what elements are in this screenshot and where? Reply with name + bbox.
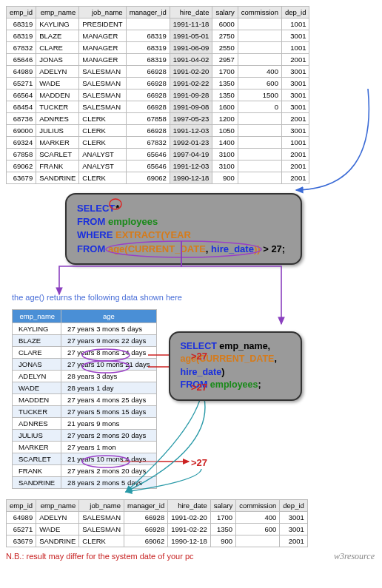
table-row: FRANK27 years 2 mons 20 days (13, 464, 157, 476)
table-row: TUCKER27 years 5 mons 15 days (13, 405, 157, 417)
table-row: MARKER27 years 1 mon (13, 441, 157, 453)
table-row: 65271WADESALESMAN669281991-02-2213506003… (7, 523, 308, 535)
sql-query-2: SELECT emp_name, age(CURRENT_DATE, hire_… (169, 331, 302, 401)
watermark: w3resource (334, 551, 375, 562)
table-row: 67858SCARLETANALYST656461997-04-19310020… (7, 149, 309, 160)
sql-query-1: SELECT* FROM employees WHERE EXTRACT(YEA… (65, 193, 302, 265)
table-row: 68319KAYLINGPRESIDENT1991-11-1860001001 (7, 18, 309, 30)
result-table: emp_idemp_namejob_namemanager_idhire_dat… (6, 499, 308, 547)
gt27-label-2: >27 (191, 382, 207, 393)
table-row: 68736ADNRESCLERK678581997-05-2312002001 (7, 113, 309, 125)
col-header: commission (238, 7, 281, 18)
table-row: 63679SANDRINECLERK690621990-12-189002001 (7, 172, 309, 184)
col-header: job_name (79, 499, 124, 511)
table-row: 65646JONASMANAGER683191991-04-0229572001 (7, 54, 309, 66)
col-header: salary (212, 7, 238, 18)
col-header: job_name (79, 7, 126, 18)
table-row: WADE28 years 1 day (13, 382, 157, 393)
col-header: commission (236, 499, 280, 511)
table-row: ADELYN28 years 3 days (13, 370, 157, 382)
col-header: emp_name (36, 7, 79, 18)
table-row: 65271WADESALESMAN669281991-02-2213506003… (7, 78, 309, 89)
col-header: hire_date (170, 7, 212, 18)
col-header: salary (210, 499, 235, 511)
table-row: 63679SANDRINECLERK690621990-12-189002001 (7, 535, 308, 547)
col-header: emp_id (7, 7, 36, 18)
table-row: 68454TUCKERSALESMAN669281991-09-08160003… (7, 101, 309, 113)
employees-table: emp_idemp_namejob_namemanager_idhire_dat… (6, 6, 309, 184)
table-row: KAYLING27 years 3 mons 5 days (13, 322, 157, 334)
col-header: manager_id (126, 7, 170, 18)
table-row: SCARLET21 years 10 mons 4 days (13, 453, 157, 464)
table-row: JONAS27 years 10 mons 21 days (13, 358, 157, 370)
col-header: emp_name (13, 309, 61, 322)
table-row: 68319BLAZEMANAGER683191991-05-0127503001 (7, 30, 309, 42)
table-row: ADNRES21 years 9 mons (13, 417, 157, 429)
age-annotation: the age() returns the following data sho… (12, 293, 376, 302)
age-table: emp_nameage KAYLING27 years 3 mons 5 day… (12, 309, 157, 489)
table-row: SANDRINE28 years 2 mons 5 days (13, 476, 157, 488)
col-header: hire_date (168, 499, 211, 511)
col-header: dep_id (280, 499, 308, 511)
table-row: 67832CLAREMANAGER683191991-06-0925501001 (7, 42, 309, 54)
table-row: 69324MARKERCLERK678321992-01-2314001001 (7, 137, 309, 149)
gt27-label-1: >27 (191, 351, 207, 362)
gt27-label-3: >27 (191, 457, 207, 468)
table-row: 66564MADDENSALESMAN669281991-09-28135015… (7, 89, 309, 101)
table-row: BLAZE27 years 9 mons 22 days (13, 334, 157, 346)
table-row: JULIUS27 years 2 mons 20 days (13, 429, 157, 441)
footer-note: N.B.: result may differ for the system d… (6, 552, 376, 561)
col-header: dep_id (281, 7, 309, 18)
table-row: 64989ADELYNSALESMAN669281991-02-20170040… (7, 66, 309, 78)
col-header: age (61, 309, 156, 322)
table-row: 64989ADELYNSALESMAN669281991-02-20170040… (7, 511, 308, 523)
col-header: emp_name (36, 499, 79, 511)
table-row: CLARE27 years 8 mons 14 days (13, 346, 157, 358)
table-row: 69000JULIUSCLERK669281991-12-0310503001 (7, 125, 309, 137)
table-row: MADDEN27 years 4 mons 25 days (13, 393, 157, 405)
col-header: emp_id (7, 499, 36, 511)
table-row: 69062FRANKANALYST656461991-12-0331002001 (7, 160, 309, 172)
col-header: manager_id (124, 499, 168, 511)
